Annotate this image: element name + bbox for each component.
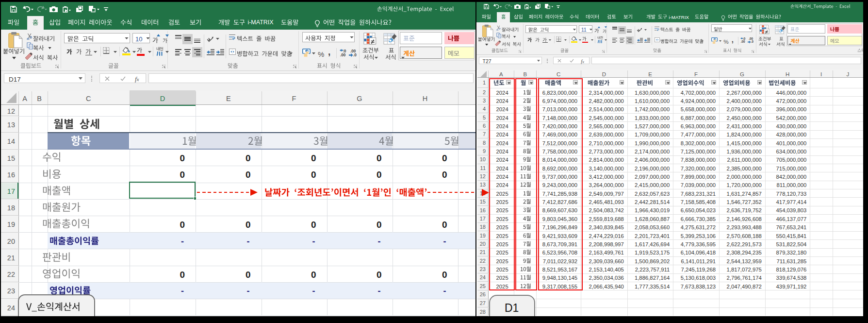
svg-text:.0: .0: [751, 40, 754, 44]
svg-text:.0: .0: [353, 53, 357, 57]
svg-text:.00: .00: [340, 53, 346, 57]
svg-text:.00: .00: [741, 40, 745, 44]
